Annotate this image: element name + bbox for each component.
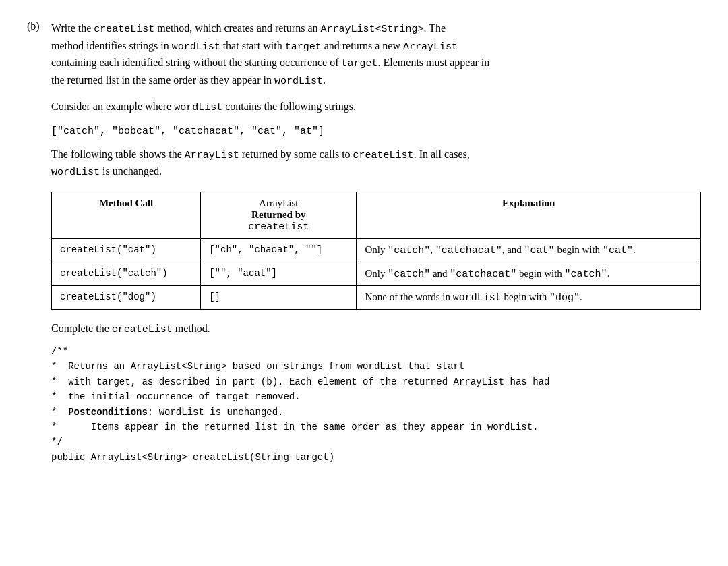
method-cell-1: createList("cat") xyxy=(52,238,201,262)
target-2: target xyxy=(342,58,378,69)
comment-line-1: * Returns an ArrayList<String> based on … xyxy=(51,359,701,374)
comment-line-5: * Items appear in the returned list in t… xyxy=(51,420,701,434)
intro-text-8: . Elements must appear in xyxy=(378,57,490,68)
table-desc-3: . In all cases, xyxy=(414,148,470,160)
header-returned-by: Returned by xyxy=(251,209,305,220)
problem-section: (b) Write the createList method, which c… xyxy=(27,20,701,465)
comment-line-4: * Postconditions: wordList is unchanged. xyxy=(51,405,701,420)
arraylist-1: ArrayList xyxy=(403,41,458,53)
arraylist-2: ArrayList xyxy=(185,150,239,161)
header-method: Method Call xyxy=(52,192,201,238)
comment-close: */ xyxy=(51,434,701,449)
header-explanation: Explanation xyxy=(357,192,701,238)
method-name-inline: createList xyxy=(94,24,154,35)
return-cell-3: [] xyxy=(201,285,357,309)
intro-text-2: method, which creates and returns an xyxy=(154,22,320,34)
problem-content: Write the createList method, which creat… xyxy=(51,20,701,465)
wordlist-3: wordList xyxy=(174,102,222,113)
method-table: Method Call ArrayList Returned by create… xyxy=(51,192,701,310)
table-row: createList("dog") [] None of the words i… xyxy=(52,285,701,309)
page-content: (b) Write the createList method, which c… xyxy=(27,20,701,465)
postconditions-label: Postconditions xyxy=(68,407,148,418)
arraylist-string: ArrayList<String> xyxy=(320,24,423,35)
complete-text-1: Complete the xyxy=(51,322,112,334)
return-cell-2: ["", "acat"] xyxy=(201,262,357,285)
intro-text-5: that start with xyxy=(220,40,285,51)
example-text-2: contains the following strings. xyxy=(222,101,356,112)
explanation-cell-1: Only "catch", "catchacat", and "cat" beg… xyxy=(357,238,701,262)
example-paragraph: Consider an example where wordList conta… xyxy=(51,98,701,116)
complete-text-2: method. xyxy=(173,322,210,334)
wordlist-4: wordList xyxy=(51,167,100,178)
example-text-1: Consider an example where xyxy=(51,101,174,112)
table-desc-2: returned by some calls to xyxy=(239,148,353,160)
label-text: (b) xyxy=(27,20,40,32)
method-signature: public ArrayList<String> createList(Stri… xyxy=(51,450,701,465)
table-row: createList("catch") ["", "acat"] Only "c… xyxy=(52,262,701,285)
example-array: ["catch", "bobcat", "catchacat", "cat", … xyxy=(51,125,701,137)
wordlist-1: wordList xyxy=(172,41,220,53)
intro-text-4: method identifies strings in xyxy=(51,40,172,51)
intro-text-1: Write the xyxy=(51,22,94,34)
table-desc-1: The following table shows the xyxy=(51,148,185,160)
createlist-1: createList xyxy=(353,150,414,161)
wordlist-2: wordList xyxy=(274,76,323,87)
intro-text-7: containing each identified string withou… xyxy=(51,57,342,68)
table-desc-4: is unchanged. xyxy=(100,165,162,177)
intro-text-10: . xyxy=(323,74,326,86)
header-createlist: createList xyxy=(248,221,309,233)
intro-text-6: and returns a new xyxy=(322,40,403,51)
intro-text-9: the returned list in the same order as t… xyxy=(51,74,274,86)
complete-instruction: Complete the createList method. xyxy=(51,320,701,338)
method-cell-2: createList("catch") xyxy=(52,262,201,285)
target-1: target xyxy=(285,41,322,53)
header-arraylist: ArrayList Returned by createList xyxy=(201,192,357,238)
problem-label: (b) xyxy=(27,20,46,465)
comment-line-3: * the initial occurrence of target remov… xyxy=(51,389,701,404)
comment-line-2: * with target, as described in part (b).… xyxy=(51,374,701,389)
intro-text-3: . The xyxy=(424,22,446,34)
explanation-cell-3: None of the words in wordList begin with… xyxy=(357,285,701,309)
explanation-cell-2: Only "catch" and "catchacat" begin with … xyxy=(357,262,701,285)
intro-paragraph: Write the createList method, which creat… xyxy=(51,20,701,89)
table-desc-paragraph: The following table shows the ArrayList … xyxy=(51,146,701,181)
method-cell-3: createList("dog") xyxy=(52,285,201,309)
createlist-method: createList xyxy=(112,324,173,335)
javadoc-comment: /** * Returns an ArrayList<String> based… xyxy=(51,344,701,465)
comment-open: /** xyxy=(51,344,701,359)
return-cell-1: ["ch", "chacat", ""] xyxy=(201,238,357,262)
table-row: createList("cat") ["ch", "chacat", ""] O… xyxy=(52,238,701,262)
